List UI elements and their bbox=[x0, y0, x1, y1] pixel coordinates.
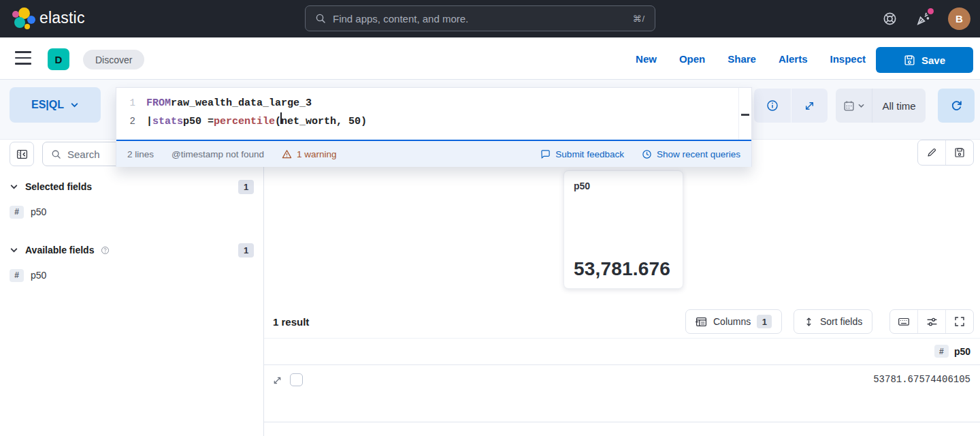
grid-controls-group bbox=[889, 309, 974, 334]
expand-diagonal-icon bbox=[804, 100, 815, 112]
pencil-icon bbox=[926, 147, 937, 158]
editor-ruler-mark bbox=[741, 114, 749, 116]
keyboard-icon bbox=[898, 315, 910, 328]
query-info-button[interactable] bbox=[754, 89, 791, 123]
line-count-label: 2 lines bbox=[127, 149, 154, 159]
columns-button[interactable]: Columns 1 bbox=[685, 309, 782, 334]
cell-p50-value[interactable]: 53781.67574406105 bbox=[873, 374, 970, 385]
editor-footer-bar: 2 lines @timestamp not found 1 warning S… bbox=[116, 141, 751, 167]
top-menu: New Open Share Alerts Inspect bbox=[636, 37, 866, 80]
esql-code-editor[interactable]: 1FROM raw_wealth_data_large_32| stats p5… bbox=[116, 88, 751, 141]
search-icon bbox=[315, 13, 326, 24]
row-checkbox[interactable] bbox=[290, 373, 303, 386]
editor-scrollbar[interactable] bbox=[738, 88, 751, 140]
elastic-logo-icon[interactable] bbox=[12, 7, 35, 31]
save-button[interactable]: Save bbox=[876, 47, 973, 73]
available-fields-label: Available fields bbox=[25, 245, 94, 255]
keyboard-shortcuts-button[interactable] bbox=[890, 310, 917, 333]
new-button[interactable]: New bbox=[636, 53, 657, 65]
feedback-icon bbox=[540, 149, 551, 159]
expand-editor-button[interactable] bbox=[791, 89, 828, 123]
notification-dot bbox=[928, 8, 934, 14]
field-item-p50-available[interactable]: # p50 bbox=[10, 268, 46, 283]
open-button[interactable]: Open bbox=[679, 53, 705, 65]
number-field-icon: # bbox=[10, 206, 24, 219]
clock-icon bbox=[642, 149, 652, 159]
chevron-down-icon bbox=[858, 102, 865, 110]
recent-queries-button[interactable]: Show recent queries bbox=[642, 149, 740, 159]
collapse-sidebar-button[interactable] bbox=[10, 142, 34, 166]
esql-mode-button[interactable]: ES|QL bbox=[10, 87, 101, 123]
metric-value: 53,781.676 bbox=[574, 258, 670, 280]
save-icon bbox=[904, 54, 915, 66]
results-area: p50 53,781.676 1 result Columns 1 Sort f… bbox=[264, 140, 980, 436]
selected-fields-label: Selected fields bbox=[25, 181, 92, 192]
time-range-label: All time bbox=[872, 100, 926, 112]
sliders-icon bbox=[926, 316, 938, 328]
inspect-button[interactable]: Inspect bbox=[830, 53, 866, 65]
alerts-button[interactable]: Alerts bbox=[779, 53, 808, 65]
brand-wordmark: elastic bbox=[39, 9, 85, 27]
submit-feedback-button[interactable]: Submit feedback bbox=[540, 149, 624, 159]
warning-button[interactable]: 1 warning bbox=[282, 149, 337, 159]
info-icon bbox=[766, 99, 779, 112]
column-header-p50[interactable]: # p50 bbox=[934, 345, 970, 358]
esql-editor-panel: 1FROM raw_wealth_data_large_32| stats p5… bbox=[116, 87, 752, 167]
help-button[interactable] bbox=[883, 12, 897, 26]
chevron-down-icon bbox=[10, 246, 18, 255]
floppy-icon bbox=[954, 147, 965, 158]
metric-visualization-card: p50 53,781.676 bbox=[564, 170, 683, 289]
results-toolbar: 1 result Columns 1 Sort fields bbox=[264, 305, 980, 339]
sort-arrows-icon bbox=[804, 317, 814, 327]
refresh-query-button[interactable] bbox=[938, 89, 975, 123]
editor-display-controls bbox=[754, 89, 828, 123]
calendar-icon bbox=[843, 100, 855, 112]
table-columns-icon bbox=[696, 316, 707, 328]
space-badge[interactable]: D bbox=[48, 48, 69, 70]
global-search-input[interactable] bbox=[333, 13, 632, 25]
sort-fields-button[interactable]: Sort fields bbox=[794, 309, 872, 334]
fullscreen-icon bbox=[954, 316, 965, 327]
search-shortcut-hint: ⌘/ bbox=[632, 14, 645, 24]
number-field-icon: # bbox=[10, 269, 24, 282]
expand-row-icon[interactable] bbox=[272, 375, 282, 386]
time-range-picker[interactable]: All time bbox=[836, 89, 926, 123]
help-icon bbox=[883, 12, 897, 26]
save-visualization-button[interactable] bbox=[945, 140, 973, 165]
available-fields-section[interactable]: Available fields 1 bbox=[10, 242, 254, 258]
fields-sidebar: Selected fields 1 # p50 Available fields… bbox=[0, 140, 264, 436]
user-avatar[interactable]: B bbox=[948, 7, 970, 30]
news-feed-button[interactable] bbox=[915, 11, 930, 27]
table-row: 53781.67574406105 bbox=[264, 365, 980, 422]
display-options-button[interactable] bbox=[917, 310, 945, 333]
columns-count-badge: 1 bbox=[757, 315, 772, 328]
edit-visualization-button[interactable] bbox=[918, 140, 945, 165]
collapse-panel-icon bbox=[16, 149, 28, 160]
global-search[interactable]: ⌘/ bbox=[305, 5, 655, 31]
result-count: 1 result bbox=[273, 316, 309, 328]
question-circle-icon bbox=[101, 246, 110, 255]
breadcrumb[interactable]: Discover bbox=[83, 50, 144, 69]
field-item-p50-selected[interactable]: # p50 bbox=[10, 204, 46, 219]
refresh-icon bbox=[950, 99, 963, 112]
share-button[interactable]: Share bbox=[728, 53, 756, 65]
number-field-icon: # bbox=[934, 345, 949, 358]
warning-icon bbox=[282, 149, 292, 159]
visualization-actions bbox=[917, 140, 974, 166]
discover-app: elastic ⌘/ B D Discover bbox=[0, 0, 980, 436]
timestamp-note-label: @timestamp not found bbox=[172, 149, 264, 159]
available-fields-count: 1 bbox=[238, 243, 254, 258]
search-icon bbox=[51, 149, 61, 159]
selected-fields-section[interactable]: Selected fields 1 bbox=[10, 178, 254, 195]
grid-header-row: # p50 bbox=[264, 339, 980, 365]
fullscreen-button[interactable] bbox=[945, 310, 973, 333]
metric-label: p50 bbox=[574, 181, 673, 191]
chevron-down-icon bbox=[70, 101, 79, 110]
top-chrome-bar: elastic ⌘/ B bbox=[0, 0, 980, 37]
selected-fields-count: 1 bbox=[238, 180, 254, 194]
date-quick-select[interactable] bbox=[836, 89, 872, 123]
chevron-down-icon bbox=[10, 183, 18, 191]
menu-icon[interactable] bbox=[15, 51, 31, 65]
esql-code-lines: 1FROM raw_wealth_data_large_32| stats p5… bbox=[116, 94, 751, 131]
